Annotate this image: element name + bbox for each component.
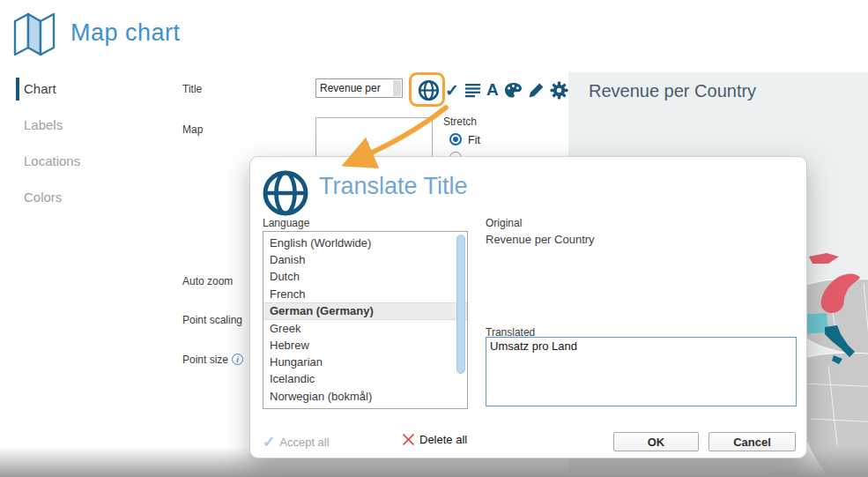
language-listbox[interactable]: English (Worldwide) Danish Dutch French … bbox=[263, 231, 468, 409]
input-resize-grip bbox=[393, 80, 401, 96]
globe-icon[interactable] bbox=[418, 79, 440, 101]
list-icon[interactable] bbox=[464, 83, 481, 98]
sidebar-item-chart[interactable]: Chart bbox=[24, 81, 56, 96]
listbox-scrollbar-thumb[interactable] bbox=[456, 235, 465, 374]
language-option[interactable]: Greek bbox=[263, 320, 467, 337]
point-size-info-icon[interactable]: i bbox=[232, 354, 243, 365]
preview-chart-title: Revenue per Country bbox=[589, 81, 756, 101]
palette-icon[interactable] bbox=[504, 82, 523, 99]
delete-all-label: Delete all bbox=[419, 433, 467, 446]
accept-all-button[interactable]: ✓ Accept all bbox=[263, 433, 330, 451]
app-window: Map chart Chart Labels Locations Colors … bbox=[0, 0, 868, 477]
map-label: Map bbox=[182, 123, 203, 136]
translate-globe-icon bbox=[261, 168, 310, 218]
language-option[interactable]: Polish bbox=[263, 405, 467, 409]
delete-all-button[interactable]: Delete all bbox=[402, 433, 467, 446]
map-chart-logo-icon bbox=[11, 9, 58, 58]
language-option-selected[interactable]: German (Germany) bbox=[263, 302, 467, 320]
ok-button[interactable]: OK bbox=[613, 432, 699, 451]
original-label: Original bbox=[486, 217, 522, 229]
language-option[interactable]: Danish bbox=[263, 251, 467, 268]
language-option[interactable]: Hebrew bbox=[263, 337, 467, 354]
language-label: Language bbox=[263, 217, 309, 229]
page-title: Map chart bbox=[70, 19, 181, 47]
title-label: Title bbox=[182, 83, 202, 95]
dialog-title: Translate Title bbox=[319, 173, 468, 200]
language-option[interactable]: Hungarian bbox=[263, 354, 467, 370]
auto-zoom-label: Auto zoom bbox=[182, 275, 233, 287]
language-option[interactable]: Icelandic bbox=[263, 370, 467, 387]
sidebar-item-locations[interactable]: Locations bbox=[24, 153, 80, 168]
point-size-label: Point size bbox=[182, 354, 228, 366]
stretch-fit-radio[interactable] bbox=[449, 133, 462, 145]
sidebar-item-colors[interactable]: Colors bbox=[24, 190, 62, 205]
cancel-button[interactable]: Cancel bbox=[708, 432, 796, 451]
sidebar-item-labels[interactable]: Labels bbox=[24, 117, 63, 132]
gear-icon[interactable] bbox=[550, 81, 568, 100]
language-option[interactable]: Dutch bbox=[263, 268, 467, 285]
title-toolbar: ✓ A bbox=[418, 77, 568, 103]
chart-title-input[interactable] bbox=[315, 78, 403, 98]
point-scaling-label: Point scaling bbox=[182, 314, 242, 326]
delete-x-icon bbox=[402, 433, 415, 446]
font-icon[interactable]: A bbox=[486, 80, 499, 100]
translated-text-input[interactable]: Umsatz pro Land bbox=[486, 337, 797, 406]
stretch-label: Stretch bbox=[443, 116, 477, 128]
accept-all-label: Accept all bbox=[279, 436, 329, 449]
pencil-icon[interactable] bbox=[528, 82, 545, 99]
sidebar-active-indicator bbox=[16, 78, 19, 101]
accept-check-icon: ✓ bbox=[263, 433, 275, 451]
translate-title-dialog: Translate Title Language English (Worldw… bbox=[249, 156, 807, 458]
language-option[interactable]: Norwegian (bokmål) bbox=[263, 388, 467, 405]
original-title-value: Revenue per Country bbox=[486, 233, 595, 246]
stretch-fit-label: Fit bbox=[468, 134, 480, 146]
checkmark-icon[interactable]: ✓ bbox=[445, 80, 459, 101]
language-option[interactable]: French bbox=[263, 286, 467, 302]
language-option[interactable]: English (Worldwide) bbox=[263, 235, 467, 251]
